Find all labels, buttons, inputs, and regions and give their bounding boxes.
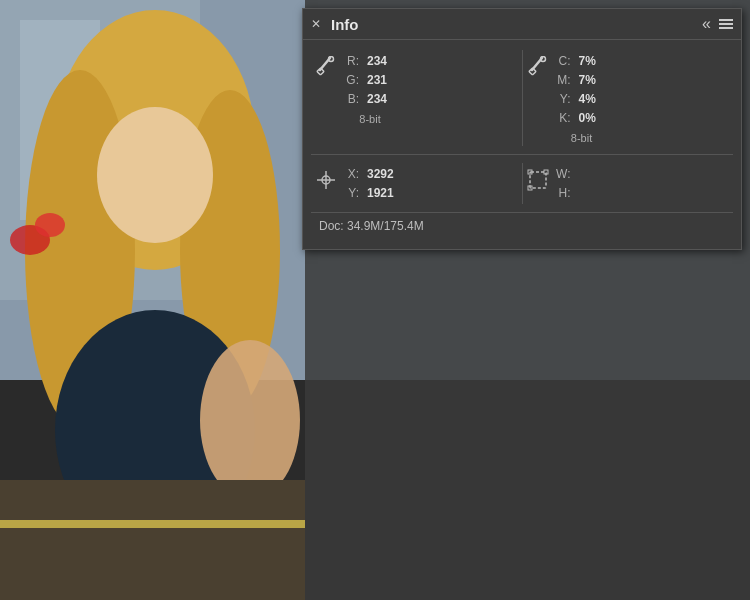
x-value: 3292 — [367, 165, 397, 183]
panel-body: R: 234 G: 231 B: 234 8-bit — [303, 40, 741, 249]
rgb-cell: R: 234 G: 231 B: 234 8-bit — [311, 50, 522, 146]
panel-title-area: ✕ Info — [311, 16, 359, 33]
eyedropper-rgb-icon — [316, 56, 336, 76]
cmyk-bit-label: 8-bit — [555, 132, 609, 144]
svg-point-18 — [329, 57, 334, 62]
h-value — [579, 184, 609, 202]
panel-header: ✕ Info « — [303, 9, 741, 40]
svg-rect-12 — [0, 480, 305, 600]
svg-point-11 — [200, 340, 300, 500]
close-button[interactable]: ✕ — [311, 18, 321, 30]
x-label: X: — [343, 165, 359, 183]
c-value-line: C: 7% — [555, 52, 609, 70]
panel-menu-button[interactable] — [719, 19, 733, 29]
b-value: 234 — [367, 90, 397, 108]
cmyk-values: C: 7% M: 7% Y: 4% K: 0% 8-bit — [555, 52, 609, 144]
b-label: B: — [343, 90, 359, 108]
doc-status: Doc: 34.9M/175.4M — [311, 212, 733, 239]
panel-title: Info — [331, 16, 359, 33]
menu-icon-line1 — [719, 19, 733, 21]
rgb-bit-label: 8-bit — [343, 113, 397, 125]
position-row: X: 3292 Y: 1921 — [311, 163, 733, 204]
eyedropper-cmyk-icon — [528, 56, 548, 76]
svg-point-15 — [35, 213, 65, 237]
cmyk-eyedropper-icon-area — [527, 56, 549, 76]
r-label: R: — [343, 52, 359, 70]
collapse-button[interactable]: « — [702, 15, 711, 33]
y-value: 1921 — [367, 184, 397, 202]
w-label: W: — [555, 165, 571, 183]
rgb-eyedropper-icon-area — [315, 56, 337, 76]
w-value — [579, 165, 609, 183]
x-value-line: X: 3292 — [343, 165, 397, 183]
selection-values: W: H: — [555, 165, 609, 202]
c-label: C: — [555, 52, 571, 70]
g-value-line: G: 231 — [343, 71, 397, 89]
menu-icon-line2 — [719, 23, 733, 25]
svg-rect-13 — [0, 520, 305, 528]
svg-point-21 — [540, 57, 545, 62]
svg-rect-17 — [317, 68, 324, 75]
m-label: M: — [555, 71, 571, 89]
info-panel: ✕ Info « — [302, 8, 742, 250]
selection-icon-area — [527, 169, 549, 191]
position-cell: X: 3292 Y: 1921 — [311, 163, 522, 204]
r-value: 234 — [367, 52, 397, 70]
menu-icon-line3 — [719, 27, 733, 29]
k-value-line: K: 0% — [555, 109, 609, 127]
cmyk-cell: C: 7% M: 7% Y: 4% K: 0% 8-bit — [522, 50, 734, 146]
h-label: H: — [555, 184, 571, 202]
h-value-line: H: — [555, 184, 609, 202]
crosshair-icon-area — [315, 169, 337, 191]
g-value: 231 — [367, 71, 397, 89]
selection-icon — [527, 169, 549, 191]
position-values: X: 3292 Y: 1921 — [343, 165, 397, 202]
k-label: K: — [555, 109, 571, 127]
y-value-line: Y: 4% — [555, 90, 609, 108]
selection-cell: W: H: — [522, 163, 734, 204]
k-value: 0% — [579, 109, 609, 127]
w-value-line: W: — [555, 165, 609, 183]
y-value-line: Y: 1921 — [343, 184, 397, 202]
g-label: G: — [343, 71, 359, 89]
r-value-line: R: 234 — [343, 52, 397, 70]
svg-rect-20 — [528, 68, 535, 75]
m-value-line: M: 7% — [555, 71, 609, 89]
crosshair-icon — [315, 169, 337, 191]
c-value: 7% — [579, 52, 609, 70]
y-label: Y: — [343, 184, 359, 202]
m-value: 7% — [579, 71, 609, 89]
svg-point-9 — [97, 107, 213, 243]
y-value: 4% — [579, 90, 609, 108]
y-label: Y: — [555, 90, 571, 108]
color-info-row: R: 234 G: 231 B: 234 8-bit — [311, 50, 733, 155]
b-value-line: B: 234 — [343, 90, 397, 108]
rgb-values: R: 234 G: 231 B: 234 8-bit — [343, 52, 397, 125]
